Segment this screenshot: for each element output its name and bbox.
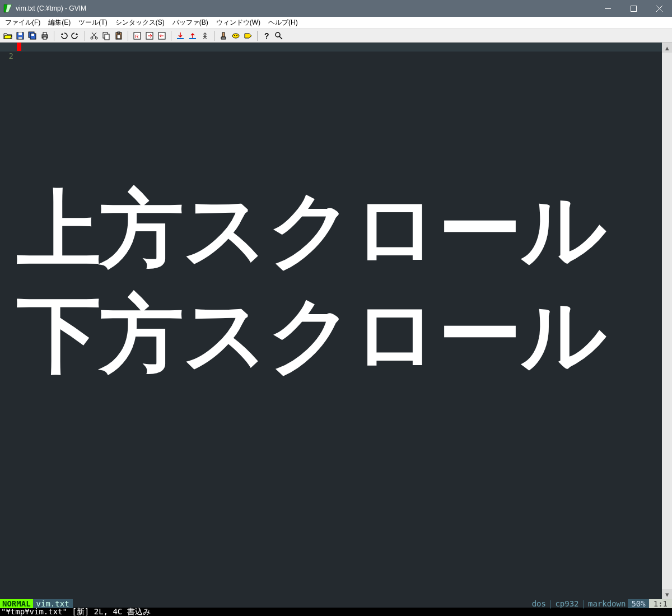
svg-rect-11 xyxy=(31,34,34,36)
status-percent: 50% xyxy=(628,599,648,608)
svg-rect-7 xyxy=(18,32,22,35)
status-area: NORMAL vim.txt dos | cp932 | markdown 50… xyxy=(0,599,672,616)
undo-icon[interactable] xyxy=(58,30,69,41)
paste-icon[interactable] xyxy=(113,30,124,41)
save-all-icon[interactable] xyxy=(27,30,38,41)
make-icon[interactable] xyxy=(218,30,229,41)
svg-rect-23 xyxy=(117,35,120,39)
window-title: vim.txt (C:¥tmp) - GVIM xyxy=(16,4,86,12)
command-message: "¥tmp¥vim.txt" [新] 2L, 4C 書込み xyxy=(1,607,151,617)
svg-rect-13 xyxy=(43,32,46,35)
window-titlebar: vim.txt (C:¥tmp) - GVIM xyxy=(0,0,672,17)
scroll-down-icon[interactable]: ▾ xyxy=(662,589,672,599)
current-line-highlight xyxy=(0,43,662,52)
text-cursor xyxy=(17,43,21,51)
find-help-icon[interactable] xyxy=(273,30,284,41)
vertical-scrollbar[interactable]: ▴ ▾ xyxy=(662,43,672,599)
svg-point-16 xyxy=(95,37,97,39)
svg-rect-14 xyxy=(43,37,46,39)
svg-text:R: R xyxy=(135,34,139,39)
menu-help[interactable]: ヘルプ(H) xyxy=(264,17,302,29)
svg-rect-22 xyxy=(118,32,120,34)
command-line[interactable]: "¥tmp¥vim.txt" [新] 2L, 4C 書込み xyxy=(0,608,672,616)
svg-rect-8 xyxy=(18,37,22,39)
toolbar: R ? xyxy=(0,29,672,43)
menu-edit[interactable]: 編集(E) xyxy=(44,17,74,29)
redo-icon[interactable] xyxy=(70,30,81,41)
tags-icon[interactable] xyxy=(242,30,254,41)
overlay-line-2: 下方スクロール xyxy=(17,282,662,388)
svg-rect-29 xyxy=(222,32,225,37)
scrollbar-track[interactable] xyxy=(662,53,672,589)
shell-icon[interactable] xyxy=(230,30,241,41)
run-script-icon[interactable] xyxy=(199,30,211,41)
svg-line-17 xyxy=(92,32,96,37)
status-filetype: markdown xyxy=(586,599,628,608)
minimize-button[interactable] xyxy=(595,0,620,17)
status-position: 1:1 xyxy=(649,599,672,608)
find-prev-icon[interactable] xyxy=(156,30,167,41)
close-button[interactable] xyxy=(646,0,672,17)
svg-rect-3 xyxy=(631,6,636,11)
copy-icon[interactable] xyxy=(101,30,112,41)
text-editor[interactable]: 上方スクロール 下方スクロール xyxy=(17,43,662,599)
status-fileformat: dos xyxy=(530,599,548,608)
find-next-icon[interactable] xyxy=(144,30,155,41)
svg-point-30 xyxy=(232,34,239,38)
line-number: 2 xyxy=(0,52,13,60)
help-icon[interactable]: ? xyxy=(261,30,272,41)
svg-line-18 xyxy=(92,32,96,37)
menu-bar: ファイル(F) 編集(E) ツール(T) シンタックス(S) バッファ(B) ウ… xyxy=(0,17,672,29)
cut-icon[interactable] xyxy=(88,30,100,41)
svg-point-28 xyxy=(204,33,206,35)
scroll-up-icon[interactable]: ▴ xyxy=(662,43,672,53)
overlay-caption: 上方スクロール 下方スクロール xyxy=(17,177,662,387)
line-number-gutter: 1 2 xyxy=(0,43,17,599)
open-icon[interactable] xyxy=(2,30,13,41)
menu-window[interactable]: ウィンドウ(W) xyxy=(212,17,264,29)
replace-icon[interactable]: R xyxy=(132,30,143,41)
svg-point-34 xyxy=(276,32,280,37)
maximize-button[interactable] xyxy=(620,0,646,17)
save-session-icon[interactable] xyxy=(187,30,198,41)
print-icon[interactable] xyxy=(39,30,50,41)
load-session-icon[interactable] xyxy=(175,30,186,41)
overlay-line-1: 上方スクロール xyxy=(17,177,662,282)
menu-syntax[interactable]: シンタックス(S) xyxy=(111,17,169,29)
menu-tools[interactable]: ツール(T) xyxy=(74,17,111,29)
menu-file[interactable]: ファイル(F) xyxy=(1,17,44,29)
save-icon[interactable] xyxy=(15,30,26,41)
menu-buffer[interactable]: バッファ(B) xyxy=(169,17,212,29)
svg-point-15 xyxy=(91,37,93,39)
svg-line-35 xyxy=(279,36,282,39)
svg-rect-20 xyxy=(105,34,109,40)
status-encoding: cp932 xyxy=(553,599,581,608)
app-icon xyxy=(3,4,12,13)
svg-point-31 xyxy=(234,35,235,36)
editor-area: 1 2 上方スクロール 下方スクロール ▴ ▾ xyxy=(0,43,672,599)
svg-point-32 xyxy=(236,35,237,36)
svg-text:?: ? xyxy=(264,31,269,40)
